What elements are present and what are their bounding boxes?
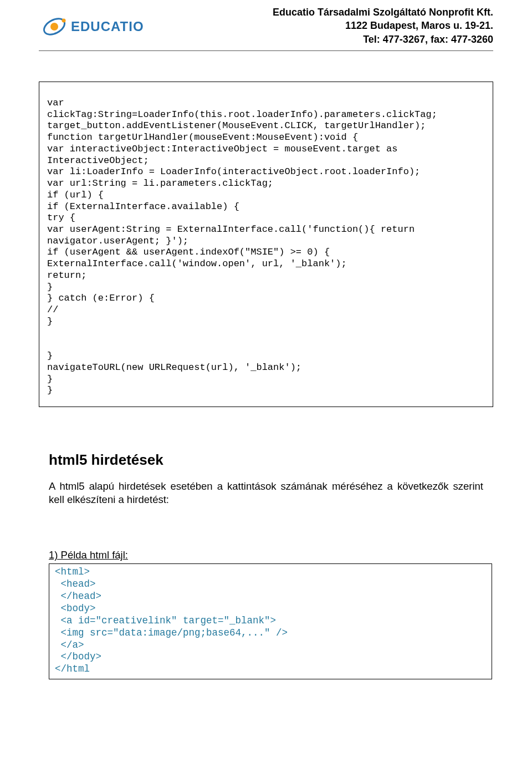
header-divider — [39, 50, 493, 51]
page-header: EDUCATIO Educatio Társadalmi Szolgáltató… — [0, 0, 532, 46]
section-paragraph: A html5 alapú hirdetések esetében a katt… — [49, 480, 483, 506]
company-address: 1122 Budapest, Maros u. 19-21. — [273, 19, 493, 32]
page-content: var clickTag:String=LoaderInfo(this.root… — [0, 82, 532, 702]
code-block-html-example: <html> <head> </head> <body> <a id="crea… — [49, 563, 492, 679]
educatio-logo-icon: EDUCATIO — [39, 10, 161, 43]
company-phone: Tel: 477-3267, fax: 477-3260 — [273, 33, 493, 46]
svg-text:EDUCATIO: EDUCATIO — [71, 19, 144, 34]
svg-point-2 — [62, 19, 66, 23]
example-label: 1) Példa html fájl: — [49, 549, 493, 561]
svg-point-1 — [50, 23, 58, 31]
company-info: Educatio Társadalmi Szolgáltató Nonprofi… — [273, 6, 493, 46]
section-title: html5 hirdetések — [49, 451, 493, 469]
company-name: Educatio Társadalmi Szolgáltató Nonprofi… — [273, 6, 493, 19]
code-block-actionscript: var clickTag:String=LoaderInfo(this.root… — [39, 82, 493, 407]
logo: EDUCATIO — [39, 10, 161, 43]
